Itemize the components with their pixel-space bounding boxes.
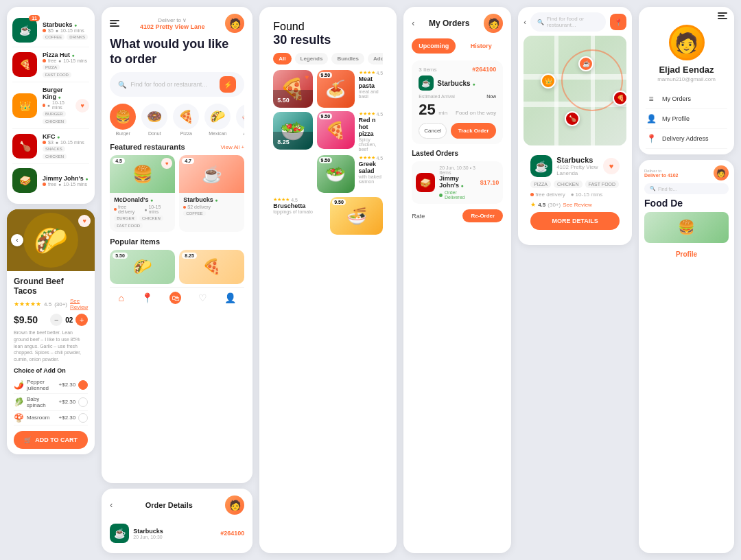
filter-tab-all[interactable]: All <box>273 53 291 65</box>
tab-upcoming[interactable]: Upcoming <box>412 38 456 54</box>
rest-item-starbucks[interactable]: ☕ 11 Starbucks ● $5 ● 10-15 mins COFFEE … <box>12 14 89 47</box>
starbucks-card-emoji: ☕ <box>202 165 222 184</box>
cancel-order-button[interactable]: Cancel <box>419 123 447 139</box>
view-all-link[interactable]: View All + <box>221 144 245 150</box>
profile-hamburger-icon[interactable] <box>718 12 727 19</box>
lasted-order-info: 20 Jun, 10:30 • 3 Items Jimmy John's ● O… <box>439 165 475 200</box>
bruschetta-result[interactable]: ★★★★ 4.5 Bruschetta toppings of tomato <box>273 197 326 235</box>
starbucks-detail-heart-icon[interactable]: ♥ <box>603 158 620 174</box>
result-hot-pizza[interactable]: 🍕 9.50 ★★★★ 4.5 Red n hot pizza Spicy ch… <box>317 111 384 152</box>
jimmyjohns-name: Jimmy John's ● <box>43 175 89 182</box>
spinach-icon: 🥬 <box>14 397 24 407</box>
rate-button[interactable]: Rate <box>412 213 425 220</box>
taco-price-row: $9.50 − 02 + <box>14 314 88 326</box>
result-meat-pasta[interactable]: 🍝 9.50 ★★★★ 4.5 Meat pasta meat and basi… <box>317 70 384 108</box>
mini-rest-emoji: 🍔 <box>678 219 695 235</box>
big-result-price-1: 5.50 <box>277 97 290 104</box>
search-box[interactable]: 🔍 Find for food or restaurant... ⚡ <box>110 72 244 97</box>
user-avatar[interactable]: 🧑 <box>225 14 244 33</box>
deliver-address[interactable]: 4102 Pretty View Lane <box>140 23 204 30</box>
rest-item-pizzahut[interactable]: 🍕 Pizza Hut ● free ● 10-15 mins PIZZA FA… <box>12 47 89 82</box>
kfc-logo: 🍗 <box>12 134 37 159</box>
tag-coffee: COFFEE <box>43 34 64 40</box>
cat-asian[interactable]: 🍜 Asian <box>236 104 244 136</box>
map-pin-pizzahut[interactable]: 🍕 <box>613 91 626 106</box>
taco-description: Brown the beef better. Lean ground beef … <box>14 329 88 363</box>
filter-tabs: All Legends Bundles Addition <box>273 53 383 65</box>
filter-tab-bundles[interactable]: Bundles <box>331 53 364 65</box>
taco-back-button[interactable]: ‹ <box>11 234 23 246</box>
popular-item-2[interactable]: 🍕 8.25 <box>179 250 244 284</box>
starbucks-detail-tags: PIZZA CHICKEN FAST FOOD <box>530 180 620 188</box>
delivery-address-icon: 📍 <box>646 134 657 143</box>
masroom-icon: 🍄 <box>14 413 24 423</box>
burgerking-heart-btn[interactable]: ♥ <box>75 99 89 113</box>
big-result-2[interactable]: 🥗 8.25 <box>273 112 312 150</box>
rest-item-jimmyjohns[interactable]: 🥪 Jimmy John's ● free ● 10-15 mins <box>12 164 89 197</box>
map-pin-starbucks[interactable]: ☕ <box>578 56 593 71</box>
profile-menu-item-delivery[interactable]: 📍 Delivery Address <box>646 129 727 149</box>
track-order-button[interactable]: Track Order <box>451 123 496 139</box>
quantity-plus-button[interactable]: + <box>75 314 88 326</box>
addon-masroom-check[interactable] <box>78 413 88 423</box>
hamburger-menu-icon[interactable] <box>110 20 119 27</box>
order-tabs: Upcoming History <box>412 38 503 54</box>
noodle-result[interactable]: 🍜 9.50 <box>330 197 383 235</box>
order-actions: Cancel Track Order <box>419 123 496 139</box>
starbucks-detail-meta: free delivery ● 10-15 mins <box>530 191 620 198</box>
filter-icon[interactable]: ⚡ <box>220 76 236 93</box>
map-back-button[interactable]: ‹ <box>524 18 526 26</box>
map-pin-burgerking[interactable]: 👑 <box>541 73 556 89</box>
nav-location[interactable]: 📍 <box>141 292 153 303</box>
featured-title: Featured restaurants <box>110 143 185 151</box>
filter-tab-legends[interactable]: Legends <box>295 53 329 65</box>
map-search-box[interactable]: 🔍 Find for food or restaurant... <box>530 12 606 32</box>
quantity-minus-button[interactable]: − <box>50 314 62 326</box>
add-to-cart-button[interactable]: 🛒 ADD TO CART <box>14 431 88 449</box>
map-pin-kfc[interactable]: 🍗 <box>565 111 580 126</box>
cat-mexican[interactable]: 🌮 Mexican <box>204 104 231 136</box>
order-details-back-button[interactable]: ‹ <box>110 500 113 510</box>
addon-pepper-check[interactable] <box>78 380 88 390</box>
profile-menu-item-profile[interactable]: 👤 My Profile <box>646 109 727 129</box>
see-review-link[interactable]: See Review <box>70 298 88 310</box>
heart-nav-icon: ♡ <box>198 292 207 303</box>
current-order-card: 3 Items #264100 ☕ Starbucks ● Estimated … <box>412 60 503 144</box>
featured-starbucks[interactable]: ☕ 4.7 Starbucks ● $2 delivery COFFEE <box>179 155 244 232</box>
restaurant-list: ☕ 11 Starbucks ● $5 ● 10-15 mins COFFEE … <box>7 7 95 204</box>
map-card: ‹ 🔍 Find for food or restaurant... 📍 ☕ 👑 <box>518 7 632 245</box>
addon-item-pepper[interactable]: 🌶️ Pepper julienned +$2.30 <box>14 377 88 394</box>
pasta-price: 9.50 <box>319 72 333 78</box>
nav-home[interactable]: ⌂ <box>119 292 124 303</box>
taco-price: $9.50 <box>14 314 38 325</box>
more-details-button[interactable]: MORE DETAILS <box>530 212 620 230</box>
locate-button[interactable]: 📍 <box>610 14 626 30</box>
nav-person[interactable]: 👤 <box>224 292 236 303</box>
my-orders-back-button[interactable]: ‹ <box>412 19 414 28</box>
cat-burger[interactable]: 🍔 Burger <box>110 104 136 136</box>
rest-item-burgerking[interactable]: 👑 Burger King ● ● 10-15 mins BURGER CHIC… <box>12 82 89 129</box>
profile-menu-item-orders[interactable]: ≡ My Orders <box>646 89 727 109</box>
featured-mcdonalds[interactable]: 🍔 4.5 ♥ McDonald's ● free delivery ● 10-… <box>110 155 175 232</box>
rest-item-kfc[interactable]: 🍗 KFC ● $3 ● 10-15 mins SNACKS CHICKEN <box>12 129 89 164</box>
tab-history[interactable]: History <box>459 38 503 54</box>
burgerking-info: Burger King ● ● 10-15 mins BURGER CHICKE… <box>43 86 70 124</box>
taco-detail-card: 🌮 ‹ ♥ Ground Beef Tacos ★★★★★ 4.5 (30+) … <box>7 209 95 454</box>
starbucks-see-review-link[interactable]: See Review <box>563 202 592 208</box>
cat-pizza[interactable]: 🍕 Pizza <box>173 104 199 136</box>
addon-item-masroom[interactable]: 🍄 Masroom +$2.30 <box>14 411 88 425</box>
filter-tab-addition[interactable]: Addition <box>368 53 383 65</box>
order-brand-row: ☕ Starbucks ● <box>419 75 496 91</box>
reorder-button[interactable]: Re-Order <box>462 209 503 222</box>
addon-item-spinach[interactable]: 🥬 Baby spinach +$2.30 <box>14 394 88 411</box>
mini-search-box[interactable]: 🔍 Find fo... <box>644 183 729 194</box>
my-profile-menu-label: My Profile <box>662 115 690 122</box>
nav-heart[interactable]: ♡ <box>198 292 207 303</box>
popular-item-1[interactable]: 🌮 5.50 <box>110 250 175 284</box>
big-result-1[interactable]: 🍕 5.50 ♥ <box>273 70 312 108</box>
cat-donut[interactable]: 🍩 Donut <box>141 104 167 136</box>
addon-spinach-check[interactable] <box>78 397 88 407</box>
result-greek-salad[interactable]: 🥗 9.50 ★★★★ 4.5 Greek salad with baked s… <box>317 155 384 193</box>
kfc-meta: $3 ● 10-15 mins <box>43 140 89 145</box>
nav-bag[interactable]: 🛍 <box>169 292 181 304</box>
